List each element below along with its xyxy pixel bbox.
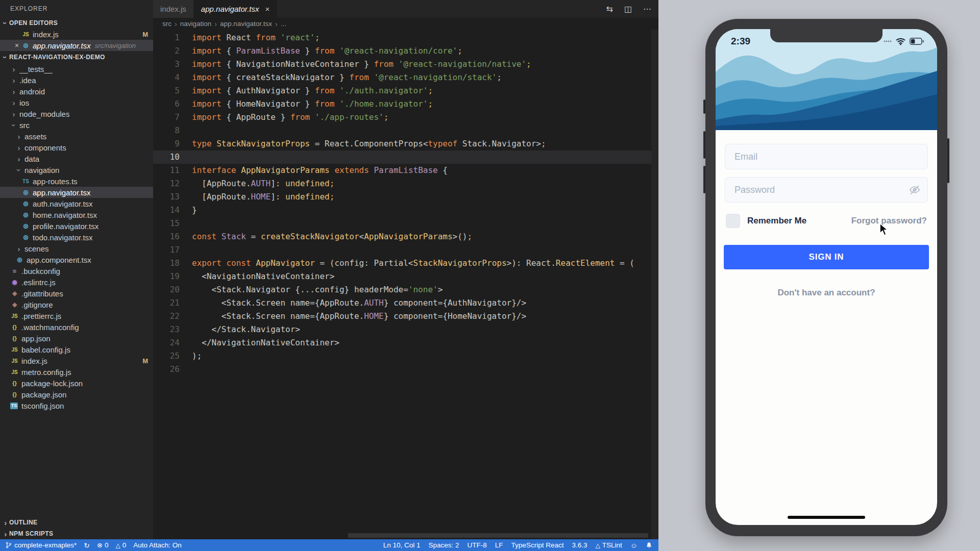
tree-file-babel.config.js[interactable]: JSbabel.config.js [0, 344, 153, 355]
tree-file-app.json[interactable]: {}app.json [0, 333, 153, 344]
tab-index-js[interactable]: index.js [153, 0, 194, 18]
code-line[interactable]: 6import { HomeNavigator } from './home.n… [153, 97, 658, 111]
line-number[interactable]: 11 [153, 164, 192, 177]
line-number[interactable]: 1 [153, 31, 192, 44]
status-item-tslint[interactable]: △TSLint [595, 541, 622, 549]
tree-file-.gitattributes[interactable]: ◈.gitattributes [0, 288, 153, 299]
split-editor-icon[interactable] [624, 4, 632, 14]
status-item-typescript-react[interactable]: TypeScript React [511, 541, 564, 549]
status-item-0[interactable]: ⊗0 [97, 541, 108, 549]
code-line[interactable]: 2import { ParamListBase } from '@react-n… [153, 44, 658, 58]
tree-file-package.json[interactable]: {}package.json [0, 389, 153, 400]
tree-folder-scenes[interactable]: scenes [0, 243, 153, 254]
line-number[interactable]: 2 [153, 44, 192, 58]
eye-off-icon[interactable] [909, 184, 921, 198]
open-editor-app.navigator.tsx[interactable]: ⊛app.navigator.tsxsrc/navigation [0, 40, 153, 51]
breadcrumb-item[interactable]: src [162, 20, 172, 28]
tree-file-app.navigator.tsx[interactable]: ⊛app.navigator.tsx [0, 187, 153, 198]
project-section-header[interactable]: REACT-NAVIGATION-EX-DEMO [0, 51, 153, 63]
code-line[interactable]: 7import { AppRoute } from './app-routes'… [153, 111, 658, 124]
code-line[interactable]: 16const Stack = createStackNavigator<App… [153, 230, 658, 243]
line-number[interactable]: 5 [153, 84, 192, 97]
breadcrumb-item[interactable]: ... [281, 20, 286, 28]
tree-folder-navigation[interactable]: navigation [0, 164, 153, 176]
code-line[interactable]: 14} [153, 204, 658, 217]
code-line[interactable]: 12 [AppRoute.AUTH]: undefined; [153, 177, 658, 190]
tree-file-.eslintrc.js[interactable]: ◉.eslintrc.js [0, 277, 153, 288]
status-item-utf-8[interactable]: UTF-8 [468, 541, 487, 549]
line-number[interactable]: 7 [153, 111, 192, 124]
no-account-link[interactable]: Don't have an account? [716, 288, 937, 298]
tree-file-auth.navigator.tsx[interactable]: ⊛auth.navigator.tsx [0, 198, 153, 209]
line-number[interactable]: 4 [153, 71, 192, 84]
line-number[interactable]: 20 [153, 283, 192, 296]
line-number[interactable]: 17 [153, 243, 192, 257]
tree-file-profile.navigator.tsx[interactable]: ⊛profile.navigator.tsx [0, 220, 153, 232]
line-number[interactable]: 12 [153, 177, 192, 190]
line-number[interactable]: 19 [153, 270, 192, 283]
volume-up-button[interactable] [703, 131, 705, 159]
tree-folder-ios[interactable]: ios [0, 97, 153, 108]
tree-folder-android[interactable]: android [0, 86, 153, 97]
code-line[interactable]: 4import { createStackNavigator } from '@… [153, 71, 658, 84]
tree-folder-components[interactable]: components [0, 142, 153, 153]
code-line[interactable]: 13 [AppRoute.HOME]: undefined; [153, 190, 658, 204]
line-number[interactable]: 22 [153, 310, 192, 323]
code-line[interactable]: 9type StackNavigatorProps = React.Compon… [153, 137, 658, 151]
line-number[interactable]: 3 [153, 58, 192, 71]
open-editors-section-header[interactable]: OPEN EDITORS [0, 17, 153, 29]
code-line[interactable]: 11interface AppNavigatorParams extends P… [153, 164, 658, 177]
more-actions-icon[interactable] [643, 4, 651, 14]
code-line[interactable]: 8 [153, 124, 658, 137]
code-line[interactable]: 25); [153, 349, 658, 363]
line-number[interactable]: 14 [153, 204, 192, 217]
power-button[interactable] [947, 138, 949, 183]
tree-file-index.js[interactable]: JSindex.jsM [0, 355, 153, 366]
code-line[interactable]: 21 <Stack.Screen name={AppRoute.AUTH} co… [153, 296, 658, 310]
outline-section-header[interactable]: OUTLINE [0, 517, 153, 528]
open-changes-icon[interactable] [606, 4, 612, 14]
line-number[interactable]: 18 [153, 257, 192, 270]
line-number[interactable]: 6 [153, 97, 192, 111]
volume-down-button[interactable] [703, 166, 705, 193]
horizontal-scrollbar[interactable] [348, 533, 648, 538]
status-item[interactable]: ☺ [630, 541, 638, 549]
breadcrumb-item[interactable]: navigation [180, 20, 212, 28]
status-item-complete-exmaples-[interactable]: complete-exmaples* [5, 541, 77, 549]
code-line[interactable]: 23 </Stack.Navigator> [153, 323, 658, 336]
status-item-3-6-3[interactable]: 3.6.3 [572, 541, 587, 549]
line-number[interactable]: 21 [153, 296, 192, 310]
tree-file-todo.navigator.tsx[interactable]: ⊛todo.navigator.tsx [0, 232, 153, 243]
line-number[interactable]: 10 [153, 151, 192, 164]
status-item[interactable] [646, 541, 652, 549]
tree-file-tsconfig.json[interactable]: TStsconfig.json [0, 400, 153, 411]
code-line[interactable]: 20 <Stack.Navigator {...config} headerMo… [153, 283, 658, 296]
code-area[interactable]: 1import React from 'react';2import { Par… [153, 30, 658, 539]
code-line[interactable]: 26 [153, 363, 658, 376]
email-field[interactable] [725, 144, 928, 169]
code-line[interactable]: 1import React from 'react'; [153, 31, 658, 44]
line-number[interactable]: 13 [153, 190, 192, 204]
tree-folder-assets[interactable]: assets [0, 131, 153, 142]
code-line[interactable]: 24 </NavigationNativeContainer> [153, 336, 658, 349]
status-item[interactable]: ↻ [84, 541, 90, 549]
code-line[interactable]: 22 <Stack.Screen name={AppRoute.HOME} co… [153, 310, 658, 323]
breadcrumb-item[interactable]: app.navigator.tsx [220, 20, 272, 28]
code-line[interactable]: 10 [153, 151, 658, 164]
remember-me-label[interactable]: Remember Me [747, 216, 806, 226]
tree-folder-__tests__[interactable]: __tests__ [0, 63, 153, 74]
tree-folder-src[interactable]: src [0, 119, 153, 131]
line-number[interactable]: 25 [153, 349, 192, 363]
tree-file-app-routes.ts[interactable]: TSapp-routes.ts [0, 176, 153, 187]
code-line[interactable]: 17 [153, 243, 658, 257]
vertical-scrollbar[interactable] [651, 30, 658, 539]
line-number[interactable]: 8 [153, 124, 192, 137]
tree-file-app.component.tsx[interactable]: ⊛app.component.tsx [0, 254, 153, 265]
code-line[interactable]: 15 [153, 217, 658, 230]
tree-file-package-lock.json[interactable]: {}package-lock.json [0, 378, 153, 389]
remember-me-checkbox[interactable] [726, 214, 740, 228]
tab-app-navigator-tsx[interactable]: app.navigator.tsx [194, 0, 277, 18]
status-item-lf[interactable]: LF [495, 541, 503, 549]
tree-file-.buckconfig[interactable]: ≡.buckconfig [0, 265, 153, 277]
tree-file-.gitignore[interactable]: ◈.gitignore [0, 299, 153, 310]
